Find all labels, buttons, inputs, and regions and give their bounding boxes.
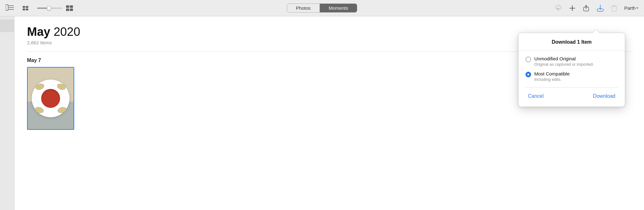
svg-rect-6: [23, 8, 25, 10]
popup-title: Download 1 Item: [525, 39, 618, 45]
download-popup: Download 1 Item Unmodified Original Orig…: [518, 33, 625, 107]
title-bar-right: Parth ▾: [554, 4, 638, 12]
radio-compatible[interactable]: [525, 72, 531, 77]
main-content: May 2020 2,662 Items May 7: [0, 16, 644, 210]
svg-rect-10: [66, 8, 69, 11]
radio-compatible-text: Most Compatible Including edits.: [534, 71, 570, 82]
month-name: May: [27, 25, 50, 38]
popup-actions: Cancel Download: [525, 87, 618, 100]
svg-rect-18: [612, 6, 616, 11]
compatible-label: Most Compatible: [534, 71, 570, 76]
plate: [32, 80, 69, 117]
cancel-button[interactable]: Cancel: [525, 92, 546, 100]
small-thumbnail-icon: [23, 6, 28, 10]
sidebar-toggle-button[interactable]: [6, 4, 14, 12]
popup-arrow: [593, 30, 599, 33]
download-confirm-button[interactable]: Download: [591, 92, 618, 100]
username-label: Parth: [624, 5, 636, 11]
slider-thumb[interactable]: [47, 6, 51, 10]
title-bar-left: [6, 4, 73, 12]
year-display: 2020: [53, 25, 80, 38]
share-button[interactable]: [583, 5, 590, 12]
chevron-down-icon: ▾: [636, 6, 638, 10]
slider-track[interactable]: [37, 8, 62, 9]
svg-rect-11: [70, 8, 73, 11]
tab-moments[interactable]: Moments: [320, 4, 357, 12]
radio-unmodified-text: Unmodified Original Original as captured…: [534, 56, 594, 67]
photo-thumbnail[interactable]: [27, 67, 74, 130]
unmodified-sublabel: Original as captured or imported.: [534, 62, 594, 67]
popup-divider: [519, 51, 625, 51]
svg-rect-9: [70, 5, 73, 8]
option-compatible[interactable]: Most Compatible Including edits.: [525, 71, 618, 82]
add-button[interactable]: [569, 5, 576, 12]
upload-icloud-button[interactable]: [554, 5, 562, 12]
sidebar: [0, 16, 14, 210]
unmodified-label: Unmodified Original: [534, 56, 594, 61]
option-unmodified[interactable]: Unmodified Original Original as captured…: [525, 56, 618, 67]
user-account-button[interactable]: Parth ▾: [624, 5, 638, 11]
thumbnail-size-slider[interactable]: [37, 8, 62, 9]
tab-group: Photos Moments: [287, 3, 357, 13]
trash-button[interactable]: [611, 5, 617, 12]
compatible-sublabel: Including edits.: [534, 77, 570, 82]
svg-rect-5: [26, 6, 28, 8]
soup-bowl: [41, 89, 60, 108]
photo-image: [28, 68, 74, 129]
svg-rect-0: [6, 5, 8, 10]
svg-rect-4: [23, 6, 25, 8]
title-bar: Photos Moments: [0, 0, 644, 16]
svg-rect-8: [66, 5, 69, 8]
download-button[interactable]: [597, 4, 604, 12]
tab-photos[interactable]: Photos: [287, 4, 319, 12]
view-tabs: Photos Moments: [287, 3, 357, 13]
large-thumbnail-icon: [66, 5, 73, 11]
radio-unmodified[interactable]: [525, 57, 531, 62]
svg-rect-7: [26, 8, 28, 10]
